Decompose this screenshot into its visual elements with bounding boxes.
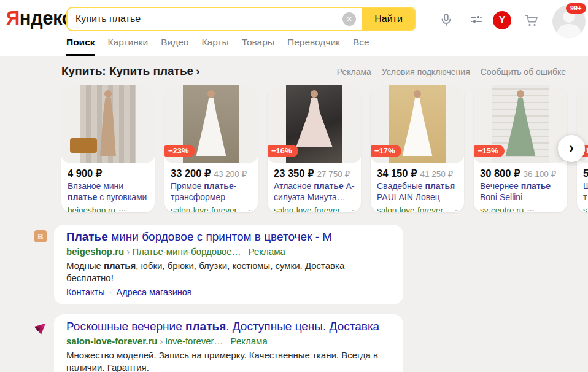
result-sitelinks: Контакты·Адреса магазинов: [66, 287, 389, 297]
product-title[interactable]: Вечернее платье Boni Sellini – Скидки…: [480, 181, 561, 203]
result-url-line: beigeshop.ru›Платье-мини-бордовое…Реклам…: [66, 246, 389, 257]
product-image[interactable]: −17%: [371, 85, 464, 163]
model-figure: [517, 90, 524, 98]
discount-badge: −23%: [164, 145, 195, 157]
old-price: 27 750 ₽: [317, 169, 350, 179]
product-title[interactable]: Прямое платье-трансформер Жане…: [171, 181, 252, 203]
product-domain[interactable]: sv-centre.ru: [480, 206, 524, 212]
tab-search[interactable]: Поиск: [66, 37, 95, 56]
notification-badge: 99+: [566, 3, 586, 14]
search-bar: ✕ Найти: [66, 7, 416, 31]
tab-video[interactable]: Видео: [161, 37, 188, 56]
product-price: 4 900 ₽: [68, 168, 149, 179]
breadcrumb-chevron: ›: [126, 246, 130, 257]
product-domain[interactable]: salon-love-forever…: [377, 206, 452, 212]
product-image[interactable]: −16%: [268, 85, 361, 163]
product-price: 34 150 ₽41 250 ₽: [377, 168, 458, 179]
model-figure: [207, 90, 215, 98]
more-menu-icon[interactable]: •••: [527, 207, 534, 212]
model-figure: [414, 90, 421, 98]
product-price: 5: [583, 168, 588, 179]
more-menu-icon[interactable]: •••: [455, 207, 458, 212]
search-submit-button[interactable]: Найти: [362, 7, 415, 31]
discount-badge: −15%: [474, 145, 505, 157]
tab-images[interactable]: Картинки: [108, 37, 149, 56]
ads-link[interactable]: Реклама: [337, 67, 371, 77]
product-card[interactable]: −23% 33 200 ₽43 200 ₽ Прямое платье-тран…: [164, 85, 258, 212]
result-path-link[interactable]: love-forever…: [165, 336, 223, 346]
sitelink-contacts[interactable]: Контакты: [66, 287, 105, 297]
logo-rest: ндекс: [20, 7, 72, 29]
cart-icon[interactable]: [524, 13, 540, 30]
logo-letter-ya: Я: [6, 7, 20, 29]
product-title[interactable]: Вязаное мини платье с пуговками бежев…: [68, 181, 149, 203]
result-title-link[interactable]: Платье мини бордовое с принтом в цветоче…: [66, 230, 389, 244]
model-figure: [311, 90, 318, 98]
model-figure: [104, 90, 112, 98]
tab-maps[interactable]: Карты: [202, 37, 229, 56]
report-error-link[interactable]: Сообщить об ошибке: [481, 67, 566, 77]
more-menu-icon[interactable]: •••: [119, 207, 126, 212]
product-price: 33 200 ₽43 200 ₽: [171, 168, 252, 179]
more-menu-icon[interactable]: •••: [352, 207, 355, 212]
product-price: 30 800 ₽36 100 ₽: [480, 168, 561, 179]
products-carousel-header: Купить: Купить платье› Реклама Условия п…: [61, 64, 566, 78]
product-image[interactable]: −15%: [474, 85, 567, 163]
discount-badge: −16%: [268, 145, 298, 157]
product-domain[interactable]: s: [583, 206, 587, 212]
tab-products[interactable]: Товары: [242, 37, 274, 56]
product-image[interactable]: −23%: [164, 85, 258, 163]
product-title[interactable]: Шт: [583, 181, 588, 203]
tab-translate[interactable]: Переводчик: [287, 37, 340, 56]
search-results-area: Купить: Купить платье› Реклама Условия п…: [0, 56, 588, 372]
search-input[interactable]: [68, 14, 342, 25]
chevron-right-icon: ›: [196, 64, 199, 77]
result-host-link[interactable]: salon-love-forever.ru: [66, 336, 157, 346]
result-host-link[interactable]: beigeshop.ru: [66, 246, 124, 257]
ad-result: Роскошные вечерние платья. Доступные цен…: [54, 314, 403, 372]
settings-sliders-icon[interactable]: [469, 12, 484, 29]
result-title-link[interactable]: Роскошные вечерние платья. Доступные цен…: [66, 320, 389, 334]
product-title[interactable]: Свадебные платья PAULAIN Ловец снов: [377, 181, 458, 203]
result-description: Модные платья, юбки, брюки, блузки, кост…: [66, 260, 389, 284]
old-price: 41 250 ₽: [420, 169, 454, 179]
product-domain[interactable]: salon-love-forever…: [274, 206, 349, 212]
product-price: 23 350 ₽27 750 ₽: [274, 168, 355, 179]
microphone-icon[interactable]: [439, 12, 454, 29]
separator: ·: [109, 287, 112, 297]
product-domain[interactable]: beigeshop.ru: [68, 206, 115, 212]
clear-search-icon[interactable]: ✕: [342, 12, 356, 26]
product-card[interactable]: −17% 34 150 ₽41 250 ₽ Свадебные платья P…: [371, 85, 464, 212]
old-price: 36 100 ₽: [524, 169, 557, 179]
ad-result: B Платье мини бордовое с принтом в цвето…: [54, 225, 403, 304]
carousel-links: Реклама Условия подключения Сообщить об …: [337, 67, 566, 77]
discount-badge: −17%: [371, 145, 401, 157]
yandex-browser-icon[interactable]: Y: [493, 11, 511, 29]
carousel-next-button[interactable]: ›: [558, 135, 585, 162]
result-url-line: salon-love-forever.ru›love-forever…Рекла…: [66, 336, 389, 346]
search-tabs: Поиск Картинки Видео Карты Товары Перево…: [66, 37, 369, 56]
more-menu-icon[interactable]: •••: [249, 207, 252, 212]
product-domain[interactable]: salon-love-forever…: [171, 206, 246, 212]
result-description: Множество моделей. Запись на примерку. К…: [66, 349, 389, 372]
result-path-link[interactable]: Платье-мини-бордовое…: [132, 246, 241, 257]
old-price: 43 200 ₽: [214, 169, 247, 179]
product-carousel: 4 900 ₽ Вязаное мини платье с пуговками …: [0, 85, 588, 212]
ad-label: Реклама: [249, 246, 285, 257]
breadcrumb-chevron: ›: [160, 336, 163, 346]
site-favicon: [33, 322, 47, 336]
yandex-logo[interactable]: Яндекс: [6, 7, 72, 29]
product-card[interactable]: −16% 23 350 ₽27 750 ₽ Атласное платье А-…: [268, 85, 361, 212]
connection-terms-link[interactable]: Условия подключения: [382, 67, 470, 77]
carousel-title[interactable]: Купить: Купить платье›: [61, 64, 200, 78]
product-card[interactable]: −15% 30 800 ₽36 100 ₽ Вечернее платье Bo…: [474, 85, 567, 212]
product-image[interactable]: [61, 85, 155, 163]
product-card[interactable]: 4 900 ₽ Вязаное мини платье с пуговками …: [61, 85, 155, 212]
ad-label: Реклама: [231, 336, 268, 346]
carousel-title-text: Купить: Купить платье: [61, 64, 193, 77]
product-title[interactable]: Атласное платье А-силуэта Минута…: [274, 181, 355, 203]
page-header: Яндекс ✕ Найти Y 99+ Поиск Картин: [0, 0, 588, 56]
sitelink-addresses[interactable]: Адреса магазинов: [116, 287, 191, 297]
tab-all[interactable]: Все: [353, 37, 369, 56]
site-favicon: B: [34, 230, 47, 242]
